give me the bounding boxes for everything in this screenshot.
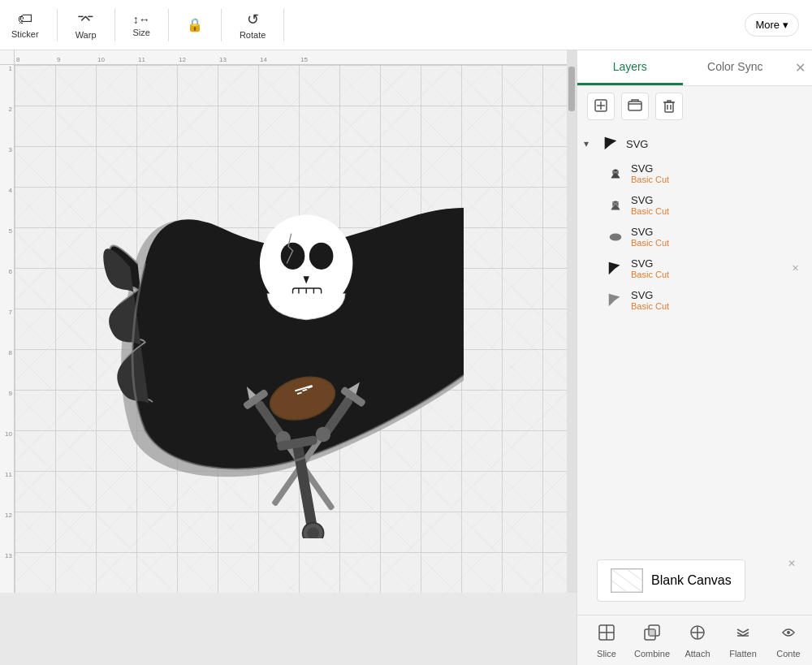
layer-1-sub: Basic Cut	[631, 175, 669, 184]
layer-item-2[interactable]: SVG Basic Cut	[577, 189, 812, 221]
layer-3-text: SVG Basic Cut	[631, 226, 669, 248]
vertical-scrollbar[interactable]	[567, 65, 577, 593]
size-tool[interactable]: ↕↔ Size	[128, 10, 155, 41]
blank-canvas-label: Blank Canvas	[651, 573, 732, 588]
design-canvas[interactable]	[15, 65, 567, 593]
blank-canvas-close-icon[interactable]: ✕	[788, 558, 796, 569]
main-toolbar: 🏷 Sticker ⌤ Warp ↕↔ Size 🔒 ↺ Rotate More…	[0, 0, 812, 50]
svg-point-48	[787, 631, 790, 634]
ruler-vtick-7: 7	[0, 309, 14, 349]
layer-3-icon	[607, 228, 624, 246]
combine-label: Combine	[634, 649, 670, 659]
tab-color-sync[interactable]: Color Sync	[683, 50, 788, 85]
conte-label: Conte	[776, 649, 800, 659]
delete-layer-button[interactable]	[655, 93, 683, 120]
more-chevron-icon: ▾	[783, 19, 788, 31]
group-flag-icon	[602, 135, 620, 153]
ruler-vtick-5: 5	[0, 227, 14, 268]
flatten-button[interactable]: Flatten	[720, 620, 766, 662]
sticker-label: Sticker	[11, 29, 39, 39]
add-group-button[interactable]	[621, 93, 649, 120]
tab-layers[interactable]: Layers	[577, 50, 683, 85]
tab-color-sync-label: Color Sync	[707, 60, 762, 73]
canvas-area: 8 9 10 11 12 13 14 15 1 2 3 4 5	[0, 50, 577, 665]
layer-2-name: SVG	[631, 194, 669, 206]
attach-icon	[688, 623, 707, 646]
ruler-tick-12: 12	[177, 50, 218, 63]
layer-4-x-icon: ✕	[792, 263, 799, 274]
layer-1-text: SVG Basic Cut	[631, 162, 669, 184]
more-label: More	[755, 19, 780, 31]
layer-4-text: SVG Basic Cut	[631, 257, 669, 279]
layer-2-icon	[607, 196, 624, 214]
svg-point-2	[281, 243, 305, 270]
layer-item-5[interactable]: SVG Basic Cut	[577, 284, 812, 316]
layer-group-svg[interactable]: ▾ SVG	[577, 130, 812, 158]
ruler-tick-13: 13	[218, 50, 258, 63]
scroll-thumb[interactable]	[568, 67, 575, 111]
ruler-vtick-2: 2	[0, 106, 14, 146]
conte-button[interactable]: Conte	[766, 620, 811, 662]
conte-icon	[779, 623, 798, 646]
ruler-vtick-9: 9	[0, 390, 14, 430]
close-icon: ✕	[795, 60, 806, 76]
sticker-icon: 🏷	[18, 11, 32, 28]
lock-area: 🔒	[182, 14, 208, 36]
ruler-corner	[0, 50, 15, 65]
layer-item-4[interactable]: SVG Basic Cut ✕	[577, 253, 812, 284]
combine-button[interactable]: Combine	[629, 620, 675, 662]
flatten-icon	[733, 623, 753, 646]
ruler-vertical: 1 2 3 4 5 6 7 8 9 10 11 12 13	[0, 65, 15, 593]
slice-label: Slice	[597, 649, 616, 659]
rotate-label: Rotate	[240, 30, 266, 40]
size-icon: ↕↔	[133, 13, 150, 26]
layer-item-1[interactable]: SVG Basic Cut	[577, 158, 812, 189]
sep1	[57, 9, 58, 41]
layer-5-name: SVG	[631, 289, 669, 301]
layer-1-icon	[607, 165, 624, 183]
ruler-vtick-12: 12	[0, 512, 14, 552]
rotate-tool[interactable]: ↺ Rotate	[235, 7, 270, 43]
ruler-vtick-11: 11	[0, 471, 14, 512]
ruler-tick-14: 14	[258, 50, 299, 63]
sticker-tool[interactable]: 🏷 Sticker	[6, 7, 44, 42]
ruler-vtick-13: 13	[0, 552, 14, 593]
main-area: 8 9 10 11 12 13 14 15 1 2 3 4 5	[0, 50, 812, 665]
ruler-row: 8 9 10 11 12 13 14 15	[0, 50, 577, 65]
right-panel: Layers Color Sync ✕	[577, 50, 812, 665]
layer-5-icon	[607, 291, 624, 309]
ruler-vtick-4: 4	[0, 187, 14, 227]
layer-1-name: SVG	[631, 162, 669, 175]
layer-4-sub: Basic Cut	[631, 270, 669, 279]
warp-tool[interactable]: ⌤ Warp	[71, 7, 102, 43]
panel-toolbar	[577, 86, 812, 127]
layer-4-icon	[607, 260, 624, 278]
ruler-vtick-6: 6	[0, 268, 14, 309]
blank-canvas-thumb	[611, 568, 643, 593]
attach-button[interactable]: Attach	[675, 620, 720, 662]
blank-canvas-area: Blank Canvas ✕	[577, 546, 812, 615]
ruler-tick-8: 8	[15, 50, 55, 63]
tab-layers-label: Layers	[613, 60, 647, 73]
panel-close-button[interactable]: ✕	[788, 50, 812, 85]
combine-icon	[642, 623, 662, 646]
layer-3-sub: Basic Cut	[631, 238, 669, 248]
blank-canvas-item[interactable]: Blank Canvas	[597, 559, 745, 602]
layer-2-text: SVG Basic Cut	[631, 194, 669, 216]
warp-label: Warp	[76, 30, 97, 40]
slice-button[interactable]: Slice	[584, 620, 629, 662]
layer-2-sub: Basic Cut	[631, 206, 669, 216]
layer-item-3[interactable]: SVG Basic Cut	[577, 221, 812, 253]
sep3	[168, 9, 169, 41]
add-group-icon	[628, 98, 642, 115]
more-button[interactable]: More ▾	[745, 13, 799, 37]
layer-3-name: SVG	[631, 226, 669, 238]
add-layer-button[interactable]	[587, 93, 615, 120]
svg-rect-27	[628, 101, 641, 110]
ruler-vtick-3: 3	[0, 146, 14, 187]
layer-group-text: SVG	[626, 138, 648, 150]
svg-artwork[interactable]	[74, 116, 464, 542]
ruler-tick-11: 11	[136, 50, 177, 63]
svg-point-3	[309, 243, 334, 270]
panel-bottom-bar: Slice Combine	[577, 615, 812, 665]
